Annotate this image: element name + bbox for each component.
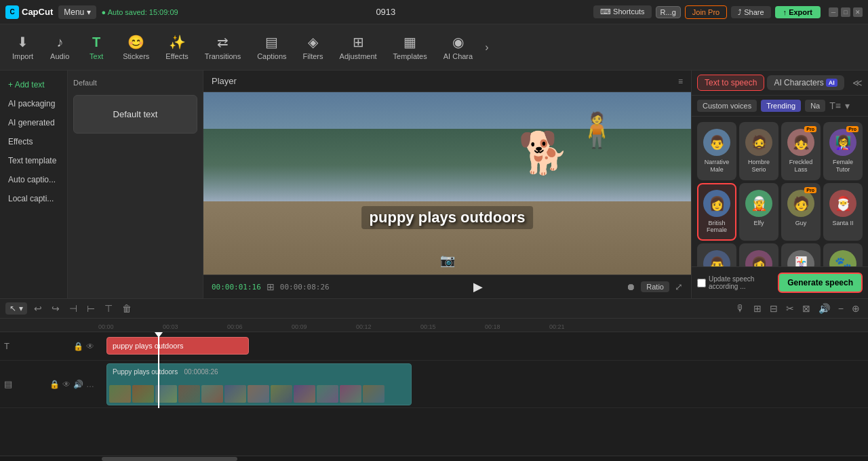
voice-card-hombre_serio[interactable]: 🧔Hombre Serio xyxy=(739,122,778,180)
clip-detach-button[interactable]: ⊠ xyxy=(800,302,813,315)
video-more-icon[interactable]: … xyxy=(86,380,94,389)
tool-select[interactable]: ↖ ▾ xyxy=(5,302,27,315)
tool-transitions[interactable]: ⇄ Transitions xyxy=(198,30,248,64)
tool-adjustment-label: Adjustment xyxy=(340,52,377,60)
ai-generated-item[interactable]: AI generated xyxy=(3,114,64,132)
maximize-button[interactable]: □ xyxy=(841,7,850,17)
tool-templates[interactable]: ▦ Templates xyxy=(387,30,434,64)
add-text-button[interactable]: + Add text xyxy=(3,76,64,94)
tool-audio[interactable]: ♪ Audio xyxy=(43,31,77,64)
voice-card-pawtalk[interactable]: 🐾PawTalk xyxy=(823,243,863,266)
tts-bottom-bar: Update speech according ... Generate spe… xyxy=(692,266,868,298)
tool-adjustment[interactable]: ⊞ Adjustment xyxy=(333,30,384,64)
tool-captions[interactable]: ▤ Captions xyxy=(250,30,293,64)
time-total: 00:00:08:26 xyxy=(280,283,330,292)
voice-card-british_male[interactable]: 👨British Male xyxy=(697,243,736,266)
custom-voices-filter[interactable]: Custom voices xyxy=(697,100,757,112)
undo-button[interactable]: ↩ xyxy=(31,302,45,315)
close-button[interactable]: ✕ xyxy=(853,7,863,17)
video-visibility-icon[interactable]: 👁 xyxy=(62,380,71,389)
na-filter[interactable]: Na xyxy=(805,100,825,112)
video-track-item[interactable]: Puppy plays outdoors 00:0008:26 xyxy=(106,363,412,405)
voice-card-santa_ii[interactable]: 🎅Santa II xyxy=(823,183,863,241)
time-current: 00:00:01:16 xyxy=(212,283,261,292)
record-button[interactable]: ⏺ xyxy=(626,281,635,292)
visibility-icon[interactable]: 👁 xyxy=(86,342,94,351)
share-button[interactable]: ⤴ Share xyxy=(731,6,770,18)
export-button[interactable]: ↑ Export xyxy=(775,6,821,18)
split-button[interactable]: ⊤ xyxy=(102,302,115,315)
text-track-item[interactable]: puppy plays outdoors xyxy=(106,337,249,355)
tool-import[interactable]: ⬇ Import xyxy=(5,30,40,64)
delete-button[interactable]: 🗑 xyxy=(119,302,134,315)
scrollbar-thumb[interactable] xyxy=(102,457,237,461)
clip-cut-button[interactable]: ✂ xyxy=(783,302,797,315)
default-text-card[interactable]: Default text xyxy=(73,95,197,134)
text-template-item[interactable]: Text template xyxy=(3,152,64,169)
voice-sort-icon[interactable]: ▾ xyxy=(845,100,850,111)
thumb-3 xyxy=(155,385,177,403)
voice-filter-text-icon[interactable]: T≡ xyxy=(829,100,841,111)
tool-stickers[interactable]: 😊 Stickers xyxy=(116,30,156,64)
filters-icon: ◈ xyxy=(308,34,318,50)
auto-captions-item[interactable]: Auto captio... xyxy=(3,171,64,188)
audio-button[interactable]: 🔊 xyxy=(816,302,833,315)
tool-effects[interactable]: ✨ Effects xyxy=(159,30,195,64)
tool-effects-label: Effects xyxy=(165,52,188,60)
generate-speech-button[interactable]: Generate speech xyxy=(778,273,863,293)
video-subtitle: puppy plays outdoors xyxy=(361,206,534,229)
voice-card-trickster[interactable]: 🃏Trickster xyxy=(781,243,821,266)
voice-name: Freckled Lass xyxy=(785,159,816,174)
minimize-button[interactable]: ─ xyxy=(829,7,838,17)
lock-icon[interactable]: 🔒 xyxy=(73,342,83,351)
ai-chars-tab[interactable]: AI Characters AI xyxy=(767,75,844,90)
trim-right-button[interactable]: ⊢ xyxy=(84,302,98,315)
toolbar-more-button[interactable]: › xyxy=(482,39,491,56)
trending-filter[interactable]: Trending xyxy=(761,100,801,112)
ratio-button[interactable]: Ratio xyxy=(641,281,669,292)
ruler-mark-0: 00:00 xyxy=(98,323,114,330)
effects-item[interactable]: Effects xyxy=(3,133,64,151)
trim-left-button[interactable]: ⊣ xyxy=(66,302,80,315)
voice-avatar: 👩‍🏫 xyxy=(829,129,856,156)
collapse-panel-button[interactable]: ≪ xyxy=(852,77,863,88)
app-logo: C CapCut xyxy=(5,5,53,19)
shortcuts-button[interactable]: ⌨ Shortcuts xyxy=(593,5,652,18)
video-audio-icon[interactable]: 🔊 xyxy=(73,380,83,389)
horizontal-scrollbar[interactable] xyxy=(0,456,868,461)
grid-icon[interactable]: ⊞ xyxy=(267,281,275,292)
add-track-button[interactable]: ⊞ xyxy=(751,302,764,315)
timeline-inner: T 🔒 👁 ▤ 🔒 👁 🔊 … 00:00 xyxy=(0,319,868,456)
player-menu-icon[interactable]: ≡ xyxy=(678,77,683,86)
tts-tab-bar: Text to speech AI Characters AI ≪ xyxy=(692,71,868,96)
voice-card-elfy[interactable]: 🧝Elfy xyxy=(739,183,778,241)
update-speech-checkbox[interactable] xyxy=(697,279,706,287)
tts-tab[interactable]: Text to speech xyxy=(697,75,764,91)
tool-filters[interactable]: ◈ Filters xyxy=(296,30,330,64)
zoom-out-button[interactable]: − xyxy=(835,302,846,315)
join-pro-button[interactable]: Join Pro xyxy=(685,5,727,19)
video-lock-icon[interactable]: 🔒 xyxy=(50,380,60,389)
video-track-icons: 🔒 👁 🔊 … xyxy=(50,380,94,389)
ai-packaging-item[interactable]: AI packaging xyxy=(3,95,64,113)
text-section-label: Default xyxy=(73,76,197,89)
local-captions-item[interactable]: Local capti... xyxy=(3,190,64,207)
voice-card-guy[interactable]: Pro🧑Guy xyxy=(781,183,821,241)
tool-ai-chars[interactable]: ◉ AI Chara xyxy=(437,30,479,64)
record-audio-button[interactable]: 🎙 xyxy=(733,302,748,315)
voice-card-freckled_lass[interactable]: Pro👧Freckled Lass xyxy=(781,122,821,180)
zoom-in-button[interactable]: ⊕ xyxy=(849,302,863,315)
voice-card-narrative_male[interactable]: 👨Narrative Male xyxy=(697,122,736,180)
tool-text[interactable]: T Text xyxy=(79,31,113,64)
redo-button[interactable]: ↪ xyxy=(49,302,62,315)
voice-card-female_tutor[interactable]: Pro👩‍🏫Female Tutor xyxy=(823,122,863,180)
play-button[interactable]: ▶ xyxy=(335,279,621,294)
top-actions: ⌨ Shortcuts R...g Join Pro ⤴ Share ↑ Exp… xyxy=(593,5,821,19)
project-name: 0913 xyxy=(184,7,588,17)
voice-card-preachy_female[interactable]: 👩Preachy Female xyxy=(739,243,778,266)
remove-track-button[interactable]: ⊟ xyxy=(767,302,781,315)
voice-card-british_female[interactable]: 👩British Female xyxy=(697,183,736,241)
menu-button[interactable]: Menu ▾ xyxy=(58,5,96,19)
voice-avatar: 🃏 xyxy=(787,250,814,266)
fullscreen-button[interactable]: ⤢ xyxy=(675,281,683,292)
